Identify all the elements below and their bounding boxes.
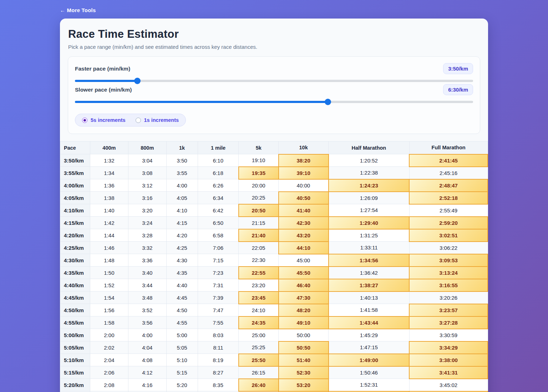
- time-cell: 8:35: [198, 379, 239, 391]
- race-times-table: Pace400m800m1k1 mile5k10kHalf MarathonFu…: [60, 141, 488, 392]
- time-cell: 22:05: [239, 242, 279, 254]
- time-cell: 1:36: [90, 179, 128, 192]
- time-cell: 25:00: [239, 329, 279, 341]
- time-cell-highlighted: 42:30: [279, 217, 329, 229]
- time-cell: 1:42: [90, 217, 128, 229]
- time-cell-highlighted: 1:29:40: [329, 217, 410, 229]
- time-cell-highlighted: 20:50: [239, 204, 279, 217]
- pace-cell: 4:50/km: [60, 304, 90, 316]
- time-cell: 4:30: [166, 254, 198, 267]
- time-cell-highlighted: 41:40: [279, 204, 329, 217]
- column-header-5k: 5k: [239, 141, 279, 154]
- time-cell: 4:05: [166, 192, 198, 204]
- increment-option-label: 5s increments: [91, 117, 126, 123]
- time-cell-highlighted: 1:38:27: [329, 279, 410, 292]
- time-cell-highlighted: 43:20: [279, 229, 329, 242]
- time-cell-highlighted: 49:10: [279, 316, 329, 329]
- time-cell: 4:08: [128, 354, 166, 366]
- time-cell-highlighted: 47:30: [279, 292, 329, 304]
- time-cell: 20:25: [239, 192, 279, 204]
- time-cell: 8:19: [198, 354, 239, 366]
- time-cell: 1:41:58: [329, 304, 410, 316]
- time-cell: 2:06: [90, 366, 128, 379]
- time-cell: 1:44: [90, 229, 128, 242]
- time-cell-highlighted: 3:27:28: [409, 316, 488, 329]
- time-cell-highlighted: 39:10: [279, 167, 329, 179]
- table-row: 4:05/km1:383:164:056:3420:2540:501:26:09…: [60, 192, 488, 204]
- column-header-pace: Pace: [60, 141, 90, 154]
- time-cell: 5:10: [166, 354, 198, 366]
- time-cell: 1:50: [90, 267, 128, 279]
- time-cell: 4:20: [166, 229, 198, 242]
- race-time-estimator-card: Race Time Estimator Pick a pace range (m…: [60, 19, 488, 392]
- pace-controls-panel: Faster pace (min/km) 3:50/km Slower pace…: [68, 56, 480, 134]
- time-cell: 3:28: [128, 229, 166, 242]
- time-cell: 6:42: [198, 204, 239, 217]
- time-cell: 3:20: [128, 204, 166, 217]
- time-cell-highlighted: 53:20: [279, 379, 329, 391]
- faster-pace-label: Faster pace (min/km): [75, 66, 130, 72]
- table-row: 3:50/km1:323:043:506:1019:1038:201:20:52…: [60, 154, 488, 167]
- time-cell-highlighted: 1:49:00: [329, 354, 410, 366]
- time-cell-highlighted: 1:43:44: [329, 316, 410, 329]
- time-cell: 2:02: [90, 341, 128, 354]
- time-cell: 1:58: [90, 316, 128, 329]
- slower-pace-slider[interactable]: [75, 99, 473, 105]
- time-cell-highlighted: 40:50: [279, 192, 329, 204]
- time-cell: 40:00: [279, 179, 329, 192]
- time-cell-highlighted: 2:48:47: [409, 179, 488, 192]
- time-cell: 8:11: [198, 341, 239, 354]
- time-cell: 23:20: [239, 279, 279, 292]
- pace-cell: 5:20/km: [60, 379, 90, 391]
- time-cell: 4:10: [166, 204, 198, 217]
- time-cell: 19:10: [239, 154, 279, 167]
- faster-pace-slider[interactable]: [75, 78, 473, 84]
- time-cell: 4:35: [166, 267, 198, 279]
- time-cell-highlighted: 3:34:29: [409, 341, 488, 354]
- time-cell: 3:55: [166, 167, 198, 179]
- time-cell-highlighted: 21:40: [239, 229, 279, 242]
- more-tools-link[interactable]: ← More Tools: [60, 7, 96, 13]
- table-row: 5:00/km2:004:005:008:0325:0050:001:45:29…: [60, 329, 488, 341]
- page: ← More Tools Race Time Estimator Pick a …: [0, 0, 548, 392]
- time-cell: 4:00: [166, 179, 198, 192]
- table-row: 5:05/km2:024:045:058:1125:2550:501:47:15…: [60, 341, 488, 354]
- pace-cell: 4:20/km: [60, 229, 90, 242]
- time-cell: 26:15: [239, 366, 279, 379]
- time-cell-highlighted: 2:41:45: [409, 154, 488, 167]
- time-cell: 1:52:31: [329, 379, 410, 391]
- radio-icon[interactable]: [82, 118, 87, 123]
- time-cell: 1:45:29: [329, 329, 410, 341]
- time-cell: 5:05: [166, 341, 198, 354]
- increment-toggle-group: 5s increments1s increments: [75, 114, 186, 127]
- time-cell-highlighted: 26:40: [239, 379, 279, 391]
- slider-thumb[interactable]: [325, 99, 331, 105]
- time-cell: 6:34: [198, 192, 239, 204]
- time-cell: 21:15: [239, 217, 279, 229]
- time-cell: 2:55:49: [409, 204, 488, 217]
- slider-thumb[interactable]: [134, 78, 141, 84]
- time-cell: 3:24: [128, 217, 166, 229]
- column-header-10k: 10k: [279, 141, 329, 154]
- time-cell-highlighted: 1:24:23: [329, 179, 410, 192]
- time-cell-highlighted: 48:20: [279, 304, 329, 316]
- column-header-full-marathon: Full Marathon: [409, 141, 488, 154]
- time-cell: 7:55: [198, 316, 239, 329]
- time-cell: 3:12: [128, 179, 166, 192]
- column-header-400m: 400m: [90, 141, 128, 154]
- time-cell: 50:00: [279, 329, 329, 341]
- increment-option-5s[interactable]: 5s increments: [82, 117, 126, 123]
- time-cell: 1:26:09: [329, 192, 410, 204]
- slower-pace-label: Slower pace (min/km): [75, 87, 132, 93]
- slider-fill: [75, 80, 137, 82]
- time-cell-highlighted: 25:50: [239, 354, 279, 366]
- time-cell: 4:40: [166, 279, 198, 292]
- increment-option-1s[interactable]: 1s increments: [136, 117, 179, 123]
- pace-cell: 5:10/km: [60, 354, 90, 366]
- column-header-800m: 800m: [128, 141, 166, 154]
- pace-cell: 4:30/km: [60, 254, 90, 267]
- radio-icon[interactable]: [136, 118, 141, 123]
- time-cell: 4:50: [166, 304, 198, 316]
- time-cell: 1:32: [90, 154, 128, 167]
- time-cell: 6:18: [198, 167, 239, 179]
